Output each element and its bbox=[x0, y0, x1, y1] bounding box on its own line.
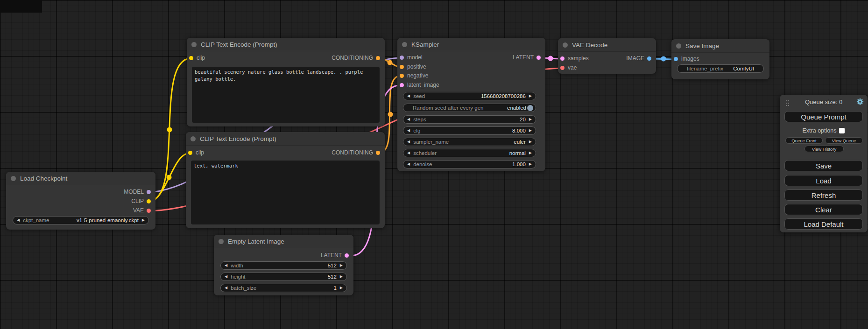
refresh-button[interactable]: Refresh bbox=[784, 189, 863, 201]
widget-value: 156680208700286 bbox=[481, 93, 526, 99]
toggle-circle-icon[interactable] bbox=[527, 105, 533, 111]
decrement-arrow-icon[interactable]: ◀ bbox=[407, 126, 410, 135]
negative-input-dot[interactable] bbox=[400, 74, 404, 78]
height-widget[interactable]: ◀ height 512 ▶ bbox=[220, 273, 347, 281]
node-title-bar[interactable]: VAE Decode bbox=[558, 38, 656, 52]
increment-arrow-icon[interactable]: ▶ bbox=[340, 273, 343, 281]
node-title-bar[interactable]: CLIP Text Encode (Prompt) bbox=[187, 38, 385, 51]
node-ksampler[interactable]: KSampler model positive negative latent_… bbox=[397, 38, 545, 171]
filename-prefix-widget[interactable]: filename_prefix ComfyUI bbox=[677, 64, 764, 73]
collapse-dot-icon[interactable] bbox=[191, 42, 197, 47]
collapse-dot-icon[interactable] bbox=[219, 239, 224, 244]
node-empty-latent-image[interactable]: Empty Latent Image LATENT ◀ width 512 ▶ … bbox=[214, 235, 353, 295]
node-title-bar[interactable]: Save Image bbox=[671, 39, 769, 53]
collapse-dot-icon[interactable] bbox=[676, 43, 681, 49]
collapse-dot-icon[interactable] bbox=[191, 136, 196, 141]
prompt-textarea[interactable]: text, watermark bbox=[191, 161, 380, 224]
increment-arrow-icon[interactable]: ▶ bbox=[529, 149, 532, 157]
batch-size-widget[interactable]: ◀ batch_size 1 ▶ bbox=[220, 284, 347, 292]
increment-arrow-icon[interactable]: ▶ bbox=[340, 284, 343, 292]
conditioning-output-dot[interactable] bbox=[376, 56, 380, 60]
increment-arrow-icon[interactable]: ▶ bbox=[529, 160, 532, 168]
node-title-bar[interactable]: Load Checkpoint bbox=[6, 172, 155, 185]
queue-panel[interactable]: Queue size: 0 Queue Prompt Extra options… bbox=[780, 95, 868, 232]
node-title-bar[interactable]: CLIP Text Encode (Prompt) bbox=[186, 132, 385, 146]
node-title: Empty Latent Image bbox=[228, 238, 284, 245]
cfg-widget[interactable]: ◀ cfg 8.000 ▶ bbox=[403, 126, 536, 135]
view-queue-button[interactable]: View Queue bbox=[825, 137, 863, 144]
settings-gear-icon[interactable] bbox=[856, 98, 864, 105]
widget-label: steps bbox=[413, 117, 426, 122]
image-output-dot[interactable] bbox=[647, 56, 651, 61]
widget-label: filename_prefix bbox=[687, 66, 723, 71]
vae-input-dot[interactable] bbox=[560, 66, 565, 70]
widget-label: seed bbox=[413, 93, 425, 99]
node-title-bar[interactable]: KSampler bbox=[397, 38, 545, 51]
clip-output-dot[interactable] bbox=[147, 199, 151, 203]
prompt-textarea[interactable]: beautiful scenery nature glass bottle la… bbox=[192, 67, 380, 123]
collapse-dot-icon[interactable] bbox=[563, 42, 568, 48]
increment-arrow-icon[interactable]: ▶ bbox=[340, 261, 343, 270]
model-output-dot[interactable] bbox=[147, 190, 151, 194]
save-button[interactable]: Save bbox=[784, 160, 863, 171]
denoise-widget[interactable]: ◀ denoise 1.000 ▶ bbox=[403, 160, 536, 168]
drag-handle-icon[interactable] bbox=[785, 99, 790, 106]
sampler-name-widget[interactable]: ◀ sampler_name euler ▶ bbox=[403, 138, 536, 146]
node-clip-text-encode-positive[interactable]: CLIP Text Encode (Prompt) clip CONDITION… bbox=[187, 38, 385, 126]
extra-options-checkbox[interactable] bbox=[839, 128, 845, 133]
random-seed-toggle-widget[interactable]: Random seed after every gen enabled bbox=[403, 104, 536, 112]
latent-output-dot[interactable] bbox=[345, 253, 349, 258]
node-save-image[interactable]: Save Image images filename_prefix ComfyU… bbox=[671, 39, 769, 79]
images-input-dot[interactable] bbox=[674, 57, 678, 61]
node-vae-decode[interactable]: VAE Decode samples vae IMAGE bbox=[558, 38, 656, 74]
widget-value: ComfyUI bbox=[733, 66, 754, 71]
scheduler-widget[interactable]: ◀ scheduler normal ▶ bbox=[403, 149, 536, 157]
ckpt-name-widget[interactable]: ◀ ckpt_name v1-5-pruned-emaonly.ckpt ▶ bbox=[13, 216, 149, 224]
collapse-dot-icon[interactable] bbox=[11, 176, 16, 181]
widget-label: ckpt_name bbox=[23, 217, 49, 223]
latent-output-dot[interactable] bbox=[536, 56, 541, 60]
node-load-checkpoint[interactable]: Load Checkpoint MODEL CLIP VAE ◀ ckpt_na… bbox=[6, 172, 155, 230]
input-label: positive bbox=[407, 63, 426, 70]
node-title: CLIP Text Encode (Prompt) bbox=[200, 135, 276, 142]
input-label: images bbox=[681, 56, 699, 62]
input-label: latent_image bbox=[407, 82, 439, 88]
increment-arrow-icon[interactable]: ▶ bbox=[529, 115, 532, 124]
output-label: CLIP bbox=[131, 198, 144, 204]
decrement-arrow-icon[interactable]: ◀ bbox=[407, 138, 410, 146]
load-default-button[interactable]: Load Default bbox=[784, 218, 863, 230]
widget-value: 1 bbox=[333, 285, 336, 291]
decrement-arrow-icon[interactable]: ◀ bbox=[225, 273, 227, 281]
decrement-arrow-icon[interactable]: ◀ bbox=[225, 261, 227, 270]
queue-prompt-button[interactable]: Queue Prompt bbox=[784, 111, 863, 122]
widget-label: cfg bbox=[413, 128, 420, 133]
decrement-arrow-icon[interactable]: ◀ bbox=[407, 92, 410, 100]
decrement-arrow-icon[interactable]: ◀ bbox=[407, 160, 410, 168]
decrement-arrow-icon[interactable]: ◀ bbox=[407, 149, 410, 157]
latent-image-input-dot[interactable] bbox=[400, 83, 404, 87]
widget-label: scheduler bbox=[413, 150, 437, 156]
decrement-arrow-icon[interactable]: ◀ bbox=[17, 216, 20, 224]
steps-widget[interactable]: ◀ steps 20 ▶ bbox=[403, 115, 536, 124]
clear-button[interactable]: Clear bbox=[784, 204, 863, 215]
positive-input-dot[interactable] bbox=[400, 65, 404, 69]
load-button[interactable]: Load bbox=[784, 175, 863, 186]
node-clip-text-encode-negative[interactable]: CLIP Text Encode (Prompt) clip CONDITION… bbox=[186, 132, 385, 228]
increment-arrow-icon[interactable]: ▶ bbox=[529, 138, 532, 146]
comfyui-canvas[interactable]: Load Checkpoint MODEL CLIP VAE ◀ ckpt_na… bbox=[0, 0, 868, 329]
view-history-button[interactable]: View History bbox=[804, 146, 844, 152]
increment-arrow-icon[interactable]: ▶ bbox=[142, 216, 145, 224]
queue-front-button[interactable]: Queue Front bbox=[785, 137, 823, 144]
output-label: CONDITIONING bbox=[332, 149, 373, 156]
decrement-arrow-icon[interactable]: ◀ bbox=[225, 284, 227, 292]
conditioning-output-dot[interactable] bbox=[376, 151, 380, 155]
node-title: Load Checkpoint bbox=[20, 175, 67, 182]
collapse-dot-icon[interactable] bbox=[402, 42, 407, 47]
decrement-arrow-icon[interactable]: ◀ bbox=[407, 115, 410, 124]
increment-arrow-icon[interactable]: ▶ bbox=[529, 126, 532, 135]
increment-arrow-icon[interactable]: ▶ bbox=[529, 92, 532, 100]
width-widget[interactable]: ◀ width 512 ▶ bbox=[220, 261, 347, 270]
vae-output-dot[interactable] bbox=[147, 209, 151, 213]
node-title-bar[interactable]: Empty Latent Image bbox=[214, 235, 353, 248]
seed-widget[interactable]: ◀ seed 156680208700286 ▶ bbox=[403, 92, 536, 100]
